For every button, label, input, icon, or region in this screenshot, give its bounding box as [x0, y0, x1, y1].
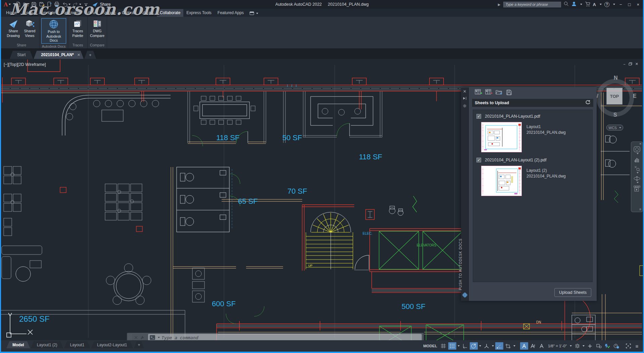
upload-sheets-button[interactable]: Upload Sheets — [554, 288, 591, 297]
palette-close-icon[interactable]: ✕ — [463, 89, 466, 93]
isolate-objects-plus-icon[interactable] — [586, 342, 594, 350]
panel-label-share[interactable]: Share — [5, 42, 38, 48]
palette-autohide-icon[interactable] — [463, 96, 467, 101]
isodraft-caret[interactable] — [491, 342, 495, 350]
annotation-visibility-toggle[interactable] — [520, 342, 528, 350]
viewcube[interactable]: N E S W TOP — [595, 76, 638, 120]
drawing-canvas[interactable]: [−] [Top] [2D Wireframe] − ✕ N E S W TOP… — [1, 59, 643, 353]
help-caret[interactable] — [613, 4, 615, 5]
search-input[interactable] — [503, 2, 561, 7]
layout-tab-layout1-2-[interactable]: Layout1 (2) — [31, 341, 63, 348]
autodesk-app-icon[interactable]: A — [593, 2, 596, 7]
object-snap-tracking-toggle[interactable] — [495, 342, 503, 350]
new-drawing-button[interactable] — [15, 2, 21, 7]
share-button[interactable]: Share — [92, 2, 110, 7]
recent-commands-caret[interactable] — [158, 337, 160, 338]
wcs-dropdown[interactable]: WCS — [606, 125, 623, 130]
viewcube-south[interactable]: S — [613, 112, 617, 118]
pan-hand-icon[interactable] — [634, 156, 640, 163]
customization-menu-icon[interactable]: ≡ — [633, 342, 641, 350]
viewcube-east[interactable]: E — [633, 93, 637, 99]
view-control[interactable]: [Top] — [8, 62, 17, 67]
orbit-icon[interactable] — [633, 175, 641, 183]
isolate-objects-icon[interactable] — [595, 342, 603, 350]
shared-views-button[interactable]: Shared Views — [22, 18, 38, 39]
polar-tracking-toggle[interactable] — [470, 342, 478, 350]
ribbon-tab-manage[interactable]: Manage — [98, 9, 119, 17]
ribbon-display-toggle[interactable] — [249, 11, 258, 17]
ribbon-tab-annotate[interactable]: Annotate — [36, 9, 58, 17]
open-button[interactable] — [23, 2, 29, 7]
steering-wheel-icon[interactable] — [633, 146, 641, 154]
search-flyout-icon[interactable]: ▶ — [498, 3, 501, 6]
ribbon-tab-output[interactable]: Output — [119, 9, 137, 17]
viewport-menu-control[interactable]: [−] — [4, 62, 8, 67]
graphics-performance-icon[interactable] — [603, 342, 611, 350]
redo-history-caret[interactable] — [79, 4, 81, 5]
file-tab-active-drawing[interactable]: 20210104_PLAN* ✕ — [34, 51, 84, 59]
app-store-cart-icon[interactable] — [585, 1, 590, 8]
ribbon-tab-add-ins[interactable]: Add-ins — [137, 9, 157, 17]
help-icon[interactable]: ? — [604, 2, 609, 7]
qat-customize-button[interactable] — [84, 2, 88, 6]
dwg-compare-button[interactable]: DWG Compare — [89, 18, 105, 39]
ribbon-tab-express-tools[interactable]: Express Tools — [183, 9, 214, 17]
navbar-menu-icon[interactable]: ≡ — [639, 207, 641, 211]
viewcube-north[interactable]: N — [614, 75, 618, 81]
snap-settings-caret[interactable] — [457, 342, 460, 350]
ribbon-tab-featured-apps[interactable]: Featured Apps — [215, 9, 247, 17]
ortho-mode-toggle[interactable] — [461, 342, 469, 350]
annotation-autoscale-toggle[interactable] — [529, 342, 537, 350]
grid-display-toggle[interactable] — [440, 342, 448, 350]
ribbon-tab-view[interactable]: View — [84, 9, 98, 17]
undo-button[interactable] — [62, 2, 71, 7]
layout-tab-model[interactable]: Model — [6, 341, 30, 348]
ribbon-tab-collaborate[interactable]: Collaborate — [157, 9, 183, 17]
app-menu-button[interactable]: A — [4, 1, 11, 8]
save-as-button[interactable] — [39, 2, 45, 7]
add-sheets-icon[interactable] — [475, 89, 482, 97]
scale-list-caret[interactable] — [569, 342, 572, 350]
annotation-monitor-icon[interactable]: i — [612, 342, 620, 350]
maximize-button[interactable]: □ — [627, 2, 633, 7]
command-customize-wrench-icon[interactable] — [140, 335, 145, 340]
file-tab-close-icon[interactable]: ✕ — [77, 53, 80, 57]
model-space-badge[interactable]: MODEL — [421, 344, 439, 348]
traces-palette-button[interactable]: Traces Palette — [70, 18, 86, 39]
undo-history-caret[interactable] — [68, 4, 71, 5]
print-button[interactable] — [54, 2, 60, 7]
isometric-drafting-toggle[interactable] — [482, 342, 491, 350]
object-snap-toggle[interactable] — [504, 342, 512, 350]
annotation-scale-button[interactable] — [538, 342, 546, 350]
drawing-restore-icon[interactable] — [629, 62, 632, 66]
save-button[interactable] — [31, 2, 37, 7]
layout-tab-layout1[interactable]: Layout1 — [64, 341, 90, 348]
plot-mobile-button[interactable] — [47, 2, 52, 7]
command-close-icon[interactable] — [134, 336, 138, 339]
push-to-autodesk-docs-button[interactable]: Push to Autodesk Docs — [41, 18, 66, 44]
remove-sheets-icon[interactable] — [485, 89, 493, 97]
navbar-close-icon[interactable]: ✕ — [639, 142, 642, 146]
osnap-settings-caret[interactable] — [513, 342, 516, 350]
drawing-minimize-icon[interactable]: − — [623, 62, 625, 66]
autodesk-app-caret[interactable] — [600, 4, 602, 5]
new-file-tab-button[interactable]: + — [84, 51, 96, 59]
open-folder-download-icon[interactable] — [496, 89, 503, 97]
ribbon-tab-insert[interactable]: Insert — [20, 9, 36, 17]
annotation-scale-value[interactable]: 1/8" = 1'-0" — [546, 344, 568, 348]
drawing-close-icon[interactable]: ✕ — [635, 62, 638, 66]
snap-mode-toggle[interactable] — [448, 342, 456, 350]
minimize-button[interactable]: − — [618, 2, 624, 7]
account-caret[interactable] — [580, 4, 582, 5]
save-sheet-list-icon[interactable] — [506, 89, 512, 97]
search-icon[interactable] — [564, 1, 569, 8]
sheet-checkbox[interactable]: ✓ — [476, 114, 481, 119]
polar-settings-caret[interactable] — [478, 342, 482, 350]
new-layout-button[interactable]: + — [134, 341, 144, 348]
sheet-checkbox[interactable]: ✓ — [476, 158, 481, 162]
close-button[interactable]: × — [635, 2, 641, 7]
share-drawing-button[interactable]: Share Drawing — [5, 18, 21, 39]
sheet-thumbnail[interactable] — [481, 122, 522, 152]
workspace-gear-icon[interactable] — [573, 342, 581, 350]
refresh-icon[interactable] — [585, 100, 591, 106]
